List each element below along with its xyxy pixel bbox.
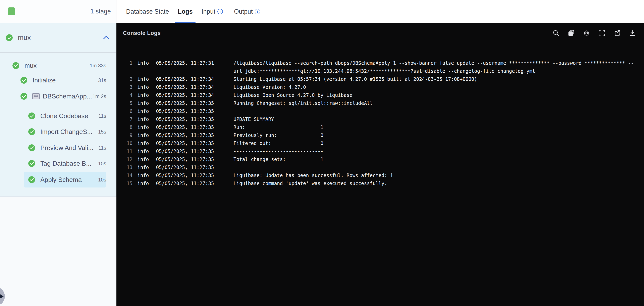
- log-message: Liquibase Version: 4.27.0: [234, 83, 306, 91]
- copy-icon[interactable]: [568, 29, 575, 37]
- open-in-new-icon[interactable]: [614, 29, 621, 37]
- pipeline-step-row[interactable]: Clone Codebase11s: [28, 108, 106, 124]
- success-check-icon: [28, 112, 35, 119]
- step-duration: 11s: [98, 113, 106, 119]
- stage-group-label: mux: [18, 34, 31, 41]
- log-timestamp: 05/05/2025, 11:27:35: [156, 123, 214, 131]
- log-row: 2info05/05/2025, 11:27:34Starting Liquib…: [120, 75, 636, 83]
- step-duration: 31s: [98, 77, 106, 83]
- log-message: UPDATE SUMMARY: [234, 115, 274, 123]
- log-list: 1info05/05/2025, 11:27:31/liquibase/liqu…: [116, 43, 644, 188]
- tab-database-state[interactable]: Database State: [123, 0, 172, 23]
- pipeline-step-row[interactable]: Import ChangeS...15s: [28, 124, 106, 140]
- step-duration: 1m 2s: [92, 93, 106, 99]
- log-line-number: 14: [120, 171, 132, 179]
- log-line-number: 13: [120, 163, 132, 171]
- pipeline-step-row[interactable]: Preview And Vali...11s: [28, 140, 106, 156]
- fullscreen-icon[interactable]: [598, 29, 606, 37]
- step-label: Clone Codebase: [40, 112, 88, 120]
- info-icon[interactable]: i: [218, 9, 223, 14]
- log-row: 9info05/05/2025, 11:27:35Previously run:…: [120, 131, 636, 139]
- success-check-icon: [28, 160, 35, 167]
- console-header: Console Logs: [116, 23, 644, 43]
- log-row: 11info05/05/2025, 11:27:35--------------…: [120, 147, 636, 155]
- console-title: Console Logs: [123, 30, 161, 36]
- success-check-icon: [28, 128, 35, 135]
- step-label: Preview And Vali...: [40, 144, 93, 152]
- step-label: DBSchemaApp...: [43, 93, 92, 100]
- tab-logs[interactable]: Logs: [175, 0, 196, 23]
- pipeline-step-row[interactable]: mux1m 33s: [12, 57, 106, 74]
- info-icon[interactable]: i: [255, 9, 260, 14]
- log-message: -------------------------------: [234, 147, 324, 155]
- log-timestamp: 05/05/2025, 11:27:34: [156, 83, 214, 91]
- log-line-number: 6: [120, 107, 132, 115]
- step-label: Initialize: [32, 77, 56, 84]
- step-duration: 15s: [98, 129, 106, 135]
- detail-tabbar: Database State Logs Input i Output i: [116, 0, 644, 23]
- pipeline-step-row[interactable]: Initialize31s: [20, 72, 106, 88]
- tab-input[interactable]: Input i: [198, 0, 226, 23]
- log-message: Running Changeset: sql/init.sql::raw::in…: [234, 99, 373, 107]
- log-level: info: [137, 75, 149, 83]
- step-duration: 10s: [98, 177, 106, 183]
- log-timestamp: 05/05/2025, 11:27:35: [156, 115, 214, 123]
- console-panel: Console Logs 1info05/05/2025, 11:27:31/l…: [116, 23, 644, 306]
- pipeline-sidebar: mux mux1m 33sInitialize31sDBSchemaApp...…: [0, 23, 116, 197]
- log-timestamp: 05/05/2025, 11:27:31: [156, 59, 214, 67]
- stage-group-header[interactable]: mux: [0, 23, 116, 52]
- log-message: Previously run: 0: [234, 131, 324, 139]
- search-icon[interactable]: [552, 29, 560, 37]
- log-row: 15info05/05/2025, 11:27:35Liquibase comm…: [120, 179, 636, 188]
- log-line-number: 2: [120, 75, 132, 83]
- log-row: 5info05/05/2025, 11:27:35Running Changes…: [120, 99, 636, 107]
- log-line-number: 12: [120, 155, 132, 163]
- log-message: Starting Liquibase at 05:57:34 (version …: [234, 75, 477, 83]
- log-row: 13info05/05/2025, 11:27:35: [120, 163, 636, 171]
- step-duration: 1m 33s: [90, 63, 106, 69]
- success-check-icon: [6, 34, 13, 41]
- log-row: 8info05/05/2025, 11:27:35Run: 1: [120, 123, 636, 131]
- log-line-number: 3: [120, 83, 132, 91]
- log-level: info: [137, 163, 149, 171]
- pipeline-step-row[interactable]: DBSchemaApp...1m 2s: [20, 88, 106, 104]
- log-level: info: [137, 171, 149, 179]
- log-line-number: 10: [120, 139, 132, 147]
- success-check-icon: [20, 93, 27, 100]
- log-message: Total change sets: 1: [234, 155, 324, 163]
- settings-gear-icon[interactable]: [583, 29, 590, 37]
- pipeline-step-row[interactable]: Apply Schema10s: [24, 172, 106, 188]
- tab-label: Input: [202, 8, 216, 15]
- chevron-up-icon[interactable]: [103, 36, 109, 42]
- log-level: info: [137, 123, 149, 131]
- log-timestamp: 05/05/2025, 11:27:35: [156, 139, 214, 147]
- log-timestamp: 05/05/2025, 11:27:35: [156, 99, 214, 107]
- sidebar-header-bar: 1 stage: [0, 0, 116, 23]
- app-logo: [8, 7, 15, 15]
- tab-label: Logs: [178, 8, 193, 15]
- sidebar-bottom-panel: [0, 197, 116, 306]
- download-icon[interactable]: [629, 29, 636, 37]
- log-line-number: 15: [120, 179, 132, 188]
- step-group-icon: [32, 93, 40, 99]
- log-level: info: [137, 83, 149, 91]
- log-timestamp: 05/05/2025, 11:27:35: [156, 171, 214, 179]
- console-toolbar: [552, 29, 636, 37]
- log-row: 3info05/05/2025, 11:27:34Liquibase Versi…: [120, 83, 636, 91]
- tab-output[interactable]: Output i: [231, 0, 264, 23]
- log-timestamp: 05/05/2025, 11:27:35: [156, 147, 214, 155]
- log-level: info: [137, 115, 149, 123]
- log-timestamp: 05/05/2025, 11:27:35: [156, 163, 214, 171]
- log-level: info: [137, 131, 149, 139]
- step-label: mux: [24, 62, 36, 69]
- log-timestamp: 05/05/2025, 11:27:34: [156, 75, 214, 83]
- log-line-number: 5: [120, 99, 132, 107]
- success-check-icon: [28, 176, 35, 183]
- log-timestamp: 05/05/2025, 11:27:35: [156, 107, 214, 115]
- log-row: 12info05/05/2025, 11:27:35Total change s…: [120, 155, 636, 163]
- log-message: Liquibase command 'update' was executed …: [234, 179, 387, 188]
- log-level: info: [137, 139, 149, 147]
- log-level: info: [137, 107, 149, 115]
- log-row: 6info05/05/2025, 11:27:35: [120, 107, 636, 115]
- pipeline-step-row[interactable]: Tag Database B...15s: [28, 155, 106, 171]
